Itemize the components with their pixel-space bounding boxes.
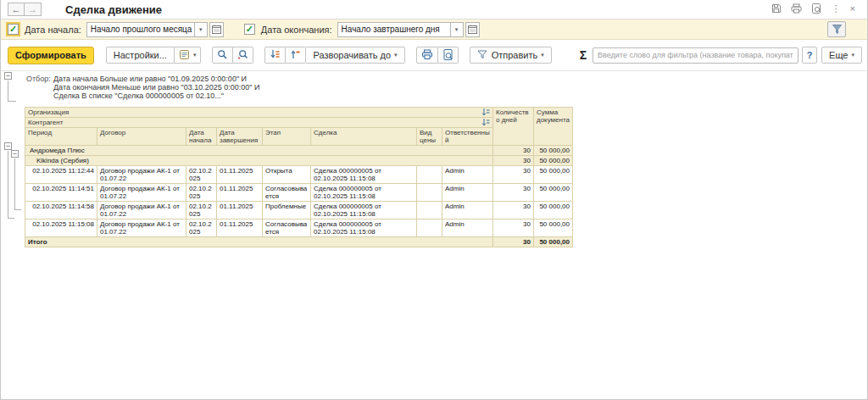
forward-button[interactable]: → (25, 3, 42, 16)
cell-responsible[interactable]: Admin (442, 166, 493, 184)
date-end-checkbox[interactable]: ✓ (244, 24, 255, 35)
table-row[interactable]: 02.10.2025 11:14:51 Договор продажи АК-1… (25, 184, 573, 202)
report-table[interactable]: Организация Количество дней Сумма докуме… (25, 107, 573, 247)
cell-price-type[interactable] (417, 202, 442, 219)
cell-sum[interactable]: 50 000,00 (534, 219, 573, 237)
period-column-header[interactable]: Период (25, 128, 97, 146)
expand-to-button[interactable]: Разворачивать до▾ (306, 47, 404, 64)
settings-button[interactable]: Настройки... (106, 47, 175, 64)
cell-contract[interactable]: Договор продажи АК-1 от 01.07.22 (97, 166, 186, 184)
send-button[interactable]: Отправить ▾ (470, 47, 552, 64)
cell-sum[interactable]: 50 000,00 (534, 184, 573, 202)
price-type-column-header[interactable]: Вид цены (417, 128, 442, 146)
cell-date-start[interactable]: 02.10.2025 (186, 219, 217, 237)
table-row[interactable]: 02.10.2025 11:14:58 Договор продажи АК-1… (25, 202, 573, 219)
cell-date-end[interactable]: 01.11.2025 (217, 219, 263, 237)
group-row-counterparty[interactable]: Kikinda (Сербия) 30 50 000,00 (25, 156, 573, 166)
cell-price-type[interactable] (417, 184, 442, 202)
close-icon[interactable]: × (850, 3, 855, 14)
table-row[interactable]: 02.10.2025 11:12:44 Договор продажи АК-1… (25, 166, 573, 184)
table-row[interactable]: 02.10.2025 11:15:08 Договор продажи АК-1… (25, 219, 573, 237)
date-end-column-header[interactable]: Дата завершения (217, 128, 263, 146)
cell-date-start[interactable]: 02.10.2025 (186, 184, 217, 202)
sort-icon[interactable] (481, 119, 490, 126)
group-org-days: 30 (493, 146, 534, 156)
cell-stage[interactable]: Открыта (263, 166, 311, 184)
group-counterparty-name[interactable]: Kikinda (Сербия) (25, 156, 493, 166)
cell-stage[interactable]: Проблемные (263, 202, 311, 219)
cell-deal[interactable]: Сделка 000000005 от 02.10.2025 11:15:08 (311, 219, 417, 237)
cell-responsible[interactable]: Admin (442, 202, 493, 219)
more-commands-icon[interactable]: ⋮ (832, 3, 841, 14)
back-button[interactable]: ← (8, 3, 25, 16)
cell-deal[interactable]: Сделка 000000005 от 02.10.2025 11:15:08 (311, 202, 417, 219)
cell-responsible[interactable]: Admin (442, 219, 493, 237)
cell-price-type[interactable] (417, 166, 442, 184)
sum-column-header[interactable]: Сумма документа (534, 108, 573, 146)
cell-date-start[interactable]: 02.10.2025 (186, 166, 217, 184)
date-start-value[interactable]: Начало прошлого месяца (86, 22, 195, 37)
date-start-dropdown-icon[interactable]: ▾ (195, 22, 208, 37)
cell-date-end[interactable]: 01.11.2025 (217, 202, 263, 219)
collapse-groups-button[interactable] (286, 47, 306, 64)
cell-period[interactable]: 02.10.2025 11:14:58 (25, 202, 97, 219)
generate-button[interactable]: Сформировать (8, 47, 94, 64)
print-preview-button[interactable] (438, 47, 459, 64)
responsible-column-header[interactable]: Ответственный (442, 128, 493, 146)
total-label: Итого (25, 237, 493, 247)
group-row-organization[interactable]: Андромеда Плюс 30 50 000,00 (25, 146, 573, 156)
date-start-checkbox[interactable]: ✓ (8, 24, 19, 35)
cell-responsible[interactable]: Admin (442, 184, 493, 202)
group-org-name[interactable]: Андромеда Плюс (25, 146, 493, 156)
search-button[interactable] (212, 47, 233, 64)
help-button[interactable]: ? (802, 47, 817, 64)
report-variants-button[interactable]: ▾ (175, 47, 202, 64)
more-button[interactable]: Еще▾ (821, 47, 862, 64)
contract-column-header[interactable]: Договор (97, 128, 186, 146)
cell-period[interactable]: 02.10.2025 11:15:08 (25, 219, 97, 237)
date-start-calendar-icon[interactable] (209, 22, 224, 37)
expand-groups-button[interactable] (264, 47, 286, 64)
print-button[interactable] (416, 47, 438, 64)
cell-stage[interactable]: Согласовывается (263, 219, 311, 237)
date-end-field[interactable]: Начало завтрашнего дня ▾ (337, 22, 480, 37)
date-end-dropdown-icon[interactable]: ▾ (451, 22, 464, 37)
cell-price-type[interactable] (417, 219, 442, 237)
cell-days[interactable]: 30 (493, 219, 534, 237)
preview-icon[interactable] (811, 3, 822, 14)
days-column-header[interactable]: Количество дней (493, 108, 534, 146)
cell-days[interactable]: 30 (493, 202, 534, 219)
cell-stage[interactable]: Согласовывается (263, 184, 311, 202)
cell-date-end[interactable]: 01.11.2025 (217, 166, 263, 184)
quick-filter-input[interactable] (593, 47, 798, 64)
selection-expander-icon[interactable]: − (4, 72, 12, 80)
cell-date-start[interactable]: 02.10.2025 (186, 202, 217, 219)
cell-period[interactable]: 02.10.2025 11:12:44 (25, 166, 97, 184)
date-end-calendar-icon[interactable] (465, 22, 480, 37)
counterparty-group-expander-icon[interactable]: − (11, 150, 19, 158)
print-icon[interactable] (791, 3, 802, 14)
search-next-button[interactable] (233, 47, 253, 64)
cell-days[interactable]: 30 (493, 166, 534, 184)
date-end-value[interactable]: Начало завтрашнего дня (337, 22, 451, 37)
cell-sum[interactable]: 50 000,00 (534, 202, 573, 219)
cell-contract[interactable]: Договор продажи АК-1 от 01.07.22 (97, 202, 186, 219)
sort-icon[interactable] (481, 108, 490, 116)
stage-column-header[interactable]: Этап (263, 128, 311, 146)
cell-date-end[interactable]: 01.11.2025 (217, 184, 263, 202)
save-icon[interactable] (771, 3, 782, 14)
cell-sum[interactable]: 50 000,00 (534, 166, 573, 184)
filter-settings-button[interactable] (827, 21, 846, 37)
date-start-label: Дата начала: (25, 25, 81, 35)
cell-contract[interactable]: Договор продажи АК-1 от 01.07.22 (97, 184, 186, 202)
cell-deal[interactable]: Сделка 000000005 от 02.10.2025 11:15:08 (311, 184, 417, 202)
sum-sigma-icon[interactable]: Σ (580, 48, 587, 62)
cell-period[interactable]: 02.10.2025 11:14:51 (25, 184, 97, 202)
cell-deal[interactable]: Сделка 000000005 от 02.10.2025 11:15:08 (311, 166, 417, 184)
cell-contract[interactable]: Договор продажи АК-1 от 01.07.22 (97, 219, 186, 237)
cell-days[interactable]: 30 (493, 184, 534, 202)
org-group-expander-icon[interactable]: − (4, 142, 12, 150)
deal-column-header[interactable]: Сделка (311, 128, 417, 146)
date-start-column-header[interactable]: Дата начала (186, 128, 217, 146)
date-start-field[interactable]: Начало прошлого месяца ▾ (86, 22, 224, 37)
